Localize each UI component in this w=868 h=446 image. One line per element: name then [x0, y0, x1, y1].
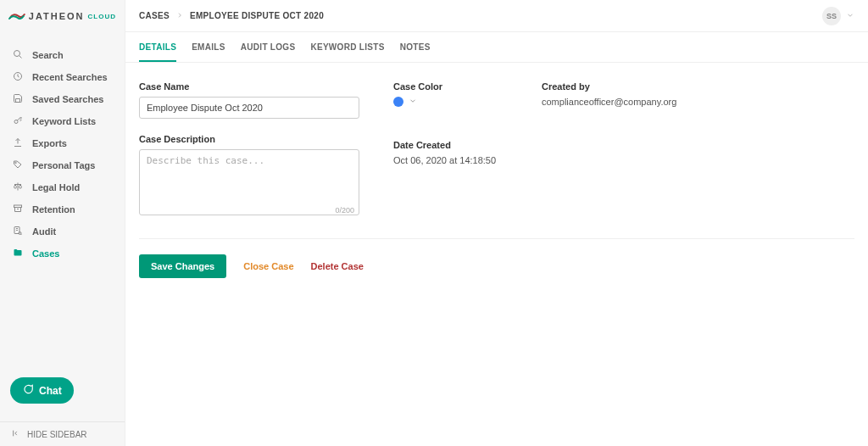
sidebar-item-personal-tags[interactable]: Personal Tags — [0, 154, 125, 176]
tab-audit-logs[interactable]: AUDIT LOGS — [241, 32, 296, 62]
sidebar-item-exports[interactable]: Exports — [0, 132, 125, 154]
delete-case-link[interactable]: Delete Case — [311, 261, 364, 271]
sidebar-item-label: Audit — [32, 226, 56, 237]
sidebar-item-keyword-lists[interactable]: Keyword Lists — [0, 110, 125, 132]
hide-sidebar-button[interactable]: HIDE SIDEBAR — [0, 421, 125, 446]
sidebar-item-label: Keyword Lists — [32, 116, 96, 126]
search-icon — [12, 49, 24, 61]
content: Case Name Case Description 0/200 Case Co… — [125, 63, 868, 297]
chevron-down-icon — [409, 97, 417, 107]
created-by-label: Created by — [542, 81, 728, 92]
logo-icon — [8, 9, 25, 23]
sidebar-item-label: Exports — [32, 138, 67, 148]
balance-icon — [12, 181, 24, 193]
sidebar: JATHEON CLOUD Search Recent Searches Sav… — [0, 0, 125, 446]
case-description-label: Case Description — [139, 134, 359, 144]
sidebar-nav: Search Recent Searches Saved Searches Ke… — [0, 32, 125, 265]
case-name-label: Case Name — [139, 81, 359, 92]
sidebar-item-label: Cases — [32, 248, 59, 259]
chevron-down-icon — [846, 11, 854, 21]
topbar: CASES EMPLOYEE DISPUTE OCT 2020 SS — [125, 0, 868, 32]
char-count: 0/200 — [335, 206, 354, 215]
brand-logo: JATHEON CLOUD — [0, 0, 125, 32]
tab-details[interactable]: DETAILS — [139, 32, 176, 62]
chat-button[interactable]: Chat — [10, 377, 74, 404]
sidebar-item-label: Search — [32, 50, 64, 60]
svg-rect-5 — [14, 205, 22, 208]
sidebar-item-retention[interactable]: Retention — [0, 198, 125, 220]
case-color-picker[interactable] — [393, 97, 417, 107]
tabs: DETAILS EMAILS AUDIT LOGS KEYWORD LISTS … — [125, 32, 868, 63]
breadcrumb-root[interactable]: CASES — [139, 11, 170, 20]
upload-icon — [12, 137, 24, 149]
svg-point-4 — [15, 162, 17, 164]
breadcrumb: CASES EMPLOYEE DISPUTE OCT 2020 — [139, 11, 324, 20]
sidebar-item-recent-searches[interactable]: Recent Searches — [0, 66, 125, 88]
archive-icon — [12, 203, 24, 215]
save-button[interactable]: Save Changes — [139, 254, 226, 278]
divider — [139, 238, 854, 239]
sidebar-item-label: Recent Searches — [32, 72, 108, 82]
case-name-input[interactable] — [139, 97, 359, 119]
color-swatch-icon — [393, 97, 403, 107]
tab-emails[interactable]: EMAILS — [192, 32, 225, 62]
folder-icon — [12, 248, 24, 259]
svg-point-0 — [14, 51, 20, 57]
created-by-value: complianceofficer@company.org — [542, 97, 728, 107]
clock-icon — [12, 71, 24, 83]
sidebar-item-search[interactable]: Search — [0, 44, 125, 66]
tab-keyword-lists[interactable]: KEYWORD LISTS — [310, 32, 384, 62]
collapse-icon — [12, 429, 20, 439]
sidebar-item-cases[interactable]: Cases — [0, 243, 125, 265]
sidebar-item-label: Legal Hold — [32, 182, 80, 192]
case-description-input[interactable] — [139, 149, 359, 215]
audit-icon — [12, 226, 24, 237]
date-created-label: Date Created — [393, 140, 508, 150]
case-color-label: Case Color — [393, 81, 508, 92]
tab-notes[interactable]: NOTES — [400, 32, 431, 62]
save-icon — [12, 93, 24, 105]
chevron-right-icon — [176, 11, 183, 20]
tag-icon — [12, 159, 24, 171]
chat-icon — [22, 383, 34, 398]
brand-word: JATHEON — [29, 11, 85, 21]
brand-suffix: CLOUD — [88, 13, 116, 20]
key-icon — [12, 115, 24, 127]
sidebar-item-legal-hold[interactable]: Legal Hold — [0, 176, 125, 198]
main: CASES EMPLOYEE DISPUTE OCT 2020 SS DETAI… — [125, 0, 868, 446]
sidebar-item-saved-searches[interactable]: Saved Searches — [0, 88, 125, 110]
sidebar-item-audit[interactable]: Audit — [0, 220, 125, 243]
user-menu[interactable]: SS — [822, 7, 854, 25]
breadcrumb-current: EMPLOYEE DISPUTE OCT 2020 — [190, 11, 324, 20]
svg-line-1 — [19, 56, 22, 59]
sidebar-item-label: Retention — [32, 204, 75, 215]
sidebar-item-label: Saved Searches — [32, 94, 103, 104]
sidebar-item-label: Personal Tags — [32, 160, 95, 170]
chat-label: Chat — [39, 385, 62, 397]
actions: Save Changes Close Case Delete Case — [139, 254, 854, 278]
hide-sidebar-label: HIDE SIDEBAR — [27, 430, 87, 439]
avatar: SS — [822, 7, 841, 25]
date-created-value: Oct 06, 2020 at 14:18:50 — [393, 155, 508, 165]
close-case-link[interactable]: Close Case — [243, 261, 293, 271]
